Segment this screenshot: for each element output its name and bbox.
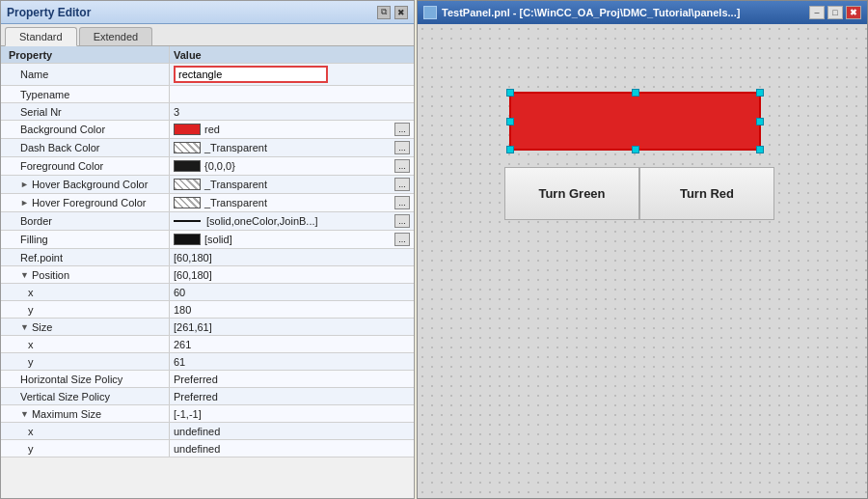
border-text: [solid,oneColor,JoinB...]	[206, 215, 318, 227]
test-panel-titlebar: TestPanel.pnl - [C:\WinCC_OA_Proj\DMC_Tu…	[418, 1, 867, 24]
border-label: Border	[1, 212, 170, 230]
prop-name-value[interactable]	[170, 64, 414, 85]
name-input-field[interactable]	[174, 66, 328, 83]
hoverbg-text: _Transparent	[204, 179, 267, 190]
row-position: ▼ Position [60,180]	[1, 266, 414, 284]
maxsize-expand[interactable]: ▼	[20, 409, 29, 419]
fgcolor-ellipsis[interactable]: ...	[394, 159, 410, 173]
property-table: Property Value Name Typename Serial Nr 3…	[1, 46, 414, 498]
position-expand[interactable]: ▼	[20, 270, 29, 280]
prop-name-label: Name	[1, 64, 170, 85]
refpoint-value: [60,180]	[170, 249, 414, 265]
row-serialnr: Serial Nr 3	[1, 103, 414, 121]
row-name: Name	[1, 64, 414, 86]
row-vsizepolicy: Vertical Size Policy Preferred	[1, 388, 414, 405]
hoverbg-expand[interactable]: ►	[20, 180, 29, 189]
filling-text: [solid]	[204, 234, 232, 245]
rectangle-widget[interactable]	[509, 92, 761, 151]
border-value: [solid,oneColor,JoinB...] ...	[170, 212, 414, 230]
row-pos-y: y 180	[1, 301, 414, 319]
filling-label: Filling	[1, 231, 170, 248]
property-editor-titlebar: Property Editor ⧉ ✖	[1, 1, 414, 24]
fgcolor-value: {0,0,0} ...	[170, 157, 414, 175]
pos-x-label: x	[1, 284, 170, 300]
size-label: ▼ Size	[1, 319, 170, 335]
size-x-label: x	[1, 336, 170, 352]
row-typename: Typename	[1, 86, 414, 103]
tab-standard[interactable]: Standard	[5, 27, 77, 46]
size-expand[interactable]: ▼	[20, 322, 29, 332]
dashback-ellipsis[interactable]: ...	[394, 141, 410, 154]
size-y-label: y	[1, 353, 170, 370]
hoverfg-ellipsis[interactable]: ...	[394, 196, 410, 209]
row-border: Border [solid,oneColor,JoinB...] ...	[1, 212, 414, 231]
dashback-value: _Transparent ...	[170, 139, 414, 156]
handle-bot-left[interactable]	[506, 146, 514, 153]
maximize-button[interactable]: □	[827, 6, 843, 19]
hoverbg-value: _Transparent ...	[170, 176, 414, 193]
bgcolor-ellipsis[interactable]: ...	[394, 123, 410, 136]
tab-extended[interactable]: Extended	[79, 27, 152, 45]
max-x-value: undefined	[170, 423, 414, 439]
serialnr-value: 3	[170, 103, 414, 120]
hsizepolicy-value: Preferred	[170, 371, 414, 387]
canvas-area: Turn Green Turn Red	[418, 24, 867, 498]
row-maxsize: ▼ Maximum Size [-1,-1]	[1, 405, 414, 423]
pos-x-value: 60	[170, 284, 414, 300]
handle-top-mid[interactable]	[632, 89, 639, 97]
row-max-y: y undefined	[1, 440, 414, 457]
property-editor-title: Property Editor	[7, 6, 91, 19]
size-y-value: 61	[170, 353, 414, 370]
refpoint-label: Ref.point	[1, 249, 170, 265]
test-panel-title-text: TestPanel.pnl - [C:\WinCC_OA_Proj\DMC_Tu…	[442, 7, 740, 18]
vsizepolicy-label: Vertical Size Policy	[1, 388, 170, 404]
hoverbg-ellipsis[interactable]: ...	[394, 178, 410, 191]
row-fgcolor: Foreground Color {0,0,0} ...	[1, 157, 414, 176]
row-size: ▼ Size [261,61]	[1, 319, 414, 336]
bgcolor-swatch	[174, 124, 201, 135]
filling-ellipsis[interactable]: ...	[394, 233, 410, 246]
hoverfg-label: ► Hover Foreground Color	[1, 194, 170, 211]
hoverfg-value: _Transparent ...	[170, 194, 414, 211]
pos-y-value: 180	[170, 301, 414, 318]
close-button[interactable]: ✖	[846, 6, 861, 19]
vsizepolicy-value: Preferred	[170, 388, 414, 404]
handle-top-right[interactable]	[756, 89, 764, 97]
size-x-value: 261	[170, 336, 414, 352]
hoverfg-expand[interactable]: ►	[20, 198, 29, 208]
handle-mid-right[interactable]	[756, 118, 764, 125]
filling-swatch	[174, 234, 201, 245]
row-max-x: x undefined	[1, 423, 414, 440]
row-hoverfg: ► Hover Foreground Color _Transparent ..…	[1, 194, 414, 212]
dashback-swatch	[174, 142, 201, 153]
bgcolor-value: red ...	[170, 121, 414, 138]
border-ellipsis[interactable]: ...	[394, 214, 410, 228]
handle-top-left[interactable]	[506, 89, 514, 97]
max-y-label: y	[1, 440, 170, 457]
pos-y-label: y	[1, 301, 170, 318]
position-label: ▼ Position	[1, 266, 170, 283]
table-header: Property Value	[1, 46, 414, 64]
restore-icon[interactable]: ⧉	[377, 6, 391, 19]
filling-value: [solid] ...	[170, 231, 414, 248]
border-line-icon	[174, 220, 201, 222]
turn-green-button[interactable]: Turn Green	[504, 167, 639, 220]
handle-bot-right[interactable]	[756, 146, 764, 153]
test-panel-controls: – □ ✖	[809, 6, 861, 19]
maxsize-label: ▼ Maximum Size	[1, 405, 170, 422]
position-value: [60,180]	[170, 266, 414, 283]
handle-bot-mid[interactable]	[632, 146, 639, 153]
col-property: Property	[1, 46, 170, 63]
maxsize-value: [-1,-1]	[170, 405, 414, 422]
close-icon[interactable]: ✖	[394, 6, 408, 19]
fgcolor-text: {0,0,0}	[204, 160, 235, 172]
size-value: [261,61]	[170, 319, 414, 335]
minimize-button[interactable]: –	[809, 6, 825, 19]
max-y-value: undefined	[170, 440, 414, 457]
serialnr-label: Serial Nr	[1, 103, 170, 120]
dashback-label: Dash Back Color	[1, 139, 170, 156]
hoverbg-label: ► Hover Background Color	[1, 176, 170, 193]
handle-mid-left[interactable]	[506, 118, 514, 125]
turn-red-button[interactable]: Turn Red	[639, 167, 774, 220]
tab-bar: Standard Extended	[1, 24, 414, 46]
